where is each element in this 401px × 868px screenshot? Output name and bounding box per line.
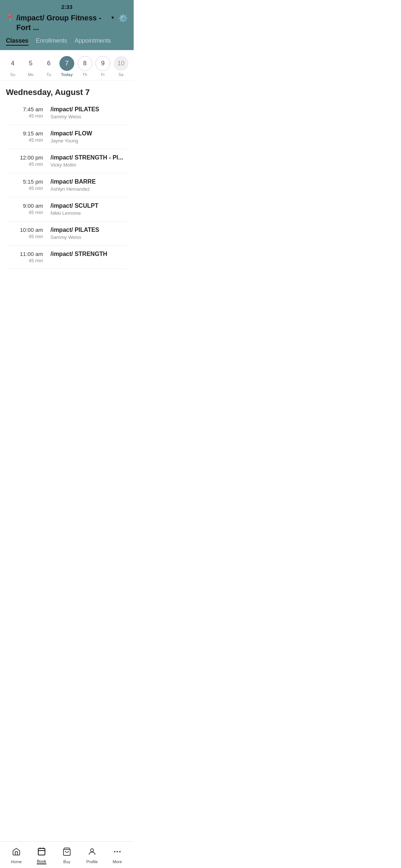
pin-icon: 📍 [6,14,14,22]
day-label: Tu [46,72,51,77]
class-time: 9:00 am 45 min [6,203,43,215]
tab-appointments[interactable]: Appointments [75,37,111,46]
calendar-day-10[interactable]: 10Sa [113,56,129,77]
nav-tabs: Classes Enrollments Appointments [6,37,128,46]
class-instructor: Jayne Young [50,138,128,144]
class-duration: 45 min [6,234,43,239]
class-time: 11:00 am 45 min [6,251,43,263]
calendar-day-9[interactable]: 9Fr [95,56,111,77]
class-time-main: 10:00 am [6,227,43,233]
day-label: Th [82,72,87,77]
day-label: Mo [28,72,33,77]
class-list: 7:45 am 45 min /impact/ PILATES Sammy We… [6,101,128,269]
class-duration: 45 min [6,161,43,167]
location-left[interactable]: 📍 /impact/ Group Fitness - Fort ... ▾ [6,13,114,32]
day-number: 9 [95,56,110,71]
main-content: Wednesday, August 7 7:45 am 45 min /impa… [0,81,134,269]
chevron-down-icon: ▾ [111,14,114,20]
class-list-item[interactable]: 11:00 am 45 min /impact/ STRENGTH [6,246,128,269]
day-label: Sa [118,72,123,77]
class-instructor: Vicky Motlin [50,162,128,168]
class-duration: 45 min [6,137,43,143]
class-instructor: Ashlyn Hernandez [50,186,128,192]
day-number: 6 [41,56,56,71]
day-number: 7 [59,56,74,71]
class-info: /impact/ PILATES Sammy Weiss [43,227,128,240]
class-time: 12:00 pm 45 min [6,154,43,167]
class-time-main: 9:00 am [6,203,43,209]
class-list-item[interactable]: 12:00 pm 45 min /impact/ STRENGTH - PI..… [6,149,128,173]
class-list-item[interactable]: 9:00 am 45 min /impact/ SCULPT Nikki Lem… [6,197,128,221]
class-time-main: 5:15 pm [6,178,43,185]
filter-icon[interactable]: ⚙️ [118,14,128,23]
day-number: 5 [23,56,38,71]
class-time-main: 7:45 am [6,106,43,112]
class-name: /impact/ BARRE [50,178,128,185]
calendar-day-7[interactable]: 7Today [59,56,75,77]
location-text: /impact/ Group Fitness - Fort ... [16,13,108,32]
day-number: 4 [5,56,20,71]
class-list-item[interactable]: 5:15 pm 45 min /impact/ BARRE Ashlyn Her… [6,173,128,197]
location-row: 📍 /impact/ Group Fitness - Fort ... ▾ ⚙️ [6,13,128,32]
class-duration: 45 min [6,210,43,215]
class-duration: 45 min [6,185,43,191]
class-time: 5:15 pm 45 min [6,178,43,191]
class-info: /impact/ STRENGTH - PI... Vicky Motlin [43,154,128,168]
class-name: /impact/ STRENGTH [50,251,128,257]
class-info: /impact/ FLOW Jayne Young [43,130,128,144]
date-heading: Wednesday, August 7 [6,81,128,101]
class-info: /impact/ BARRE Ashlyn Hernandez [43,178,128,192]
class-name: /impact/ PILATES [50,227,128,233]
class-duration: 45 min [6,258,43,263]
class-list-item[interactable]: 7:45 am 45 min /impact/ PILATES Sammy We… [6,101,128,125]
class-time: 10:00 am 45 min [6,227,43,239]
class-info: /impact/ STRENGTH [43,251,128,259]
calendar-strip: 4Su5Mo6Tu7Today8Th9Fr10Sa [0,50,134,81]
class-time-main: 12:00 pm [6,154,43,161]
class-list-item[interactable]: 9:15 am 45 min /impact/ FLOW Jayne Young [6,125,128,149]
day-number: 8 [78,56,92,71]
class-instructor: Sammy Weiss [50,114,128,119]
calendar-day-4[interactable]: 4Su [4,56,21,77]
calendar-day-6[interactable]: 6Tu [40,56,57,77]
class-duration: 45 min [6,113,43,119]
class-instructor: Nikki Lemoine [50,210,128,216]
class-name: /impact/ FLOW [50,130,128,137]
class-time: 7:45 am 45 min [6,106,43,119]
class-name: /impact/ STRENGTH - PI... [50,154,128,161]
class-time-main: 11:00 am [6,251,43,257]
status-time: 2:33 [61,4,72,10]
class-instructor: Sammy Weiss [50,234,128,240]
day-number: 10 [114,56,128,71]
class-info: /impact/ PILATES Sammy Weiss [43,106,128,119]
class-name: /impact/ PILATES [50,106,128,113]
class-name: /impact/ SCULPT [50,203,128,209]
day-label: Su [10,72,15,77]
status-bar: 2:33 [6,0,128,12]
tab-enrollments[interactable]: Enrollments [36,37,67,46]
day-label: Fr [101,72,105,77]
class-info: /impact/ SCULPT Nikki Lemoine [43,203,128,216]
calendar-day-8[interactable]: 8Th [77,56,93,77]
tab-classes[interactable]: Classes [6,37,29,46]
class-time: 9:15 am 45 min [6,130,43,143]
class-list-item[interactable]: 10:00 am 45 min /impact/ PILATES Sammy W… [6,221,128,246]
calendar-day-5[interactable]: 5Mo [23,56,39,77]
day-label: Today [61,72,73,77]
header: 2:33 📍 /impact/ Group Fitness - Fort ...… [0,0,134,50]
class-time-main: 9:15 am [6,130,43,137]
